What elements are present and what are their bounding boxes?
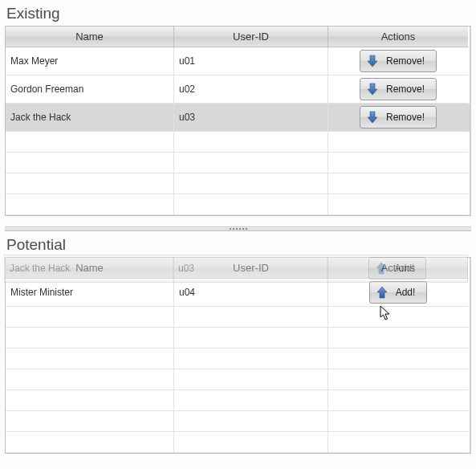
table-row-empty: [6, 132, 470, 153]
cell-userid: u02: [174, 75, 328, 104]
table-row-empty: [6, 369, 470, 390]
remove-button[interactable]: Remove!: [360, 106, 437, 128]
section-title-existing: Existing: [5, 3, 471, 26]
table-row[interactable]: Mister Ministeru04Add!: [6, 279, 470, 307]
grid-header-row: Name User-ID Actions: [6, 27, 470, 47]
cell-name: Max Meyer: [6, 47, 174, 75]
arrow-down-icon: [365, 110, 380, 124]
grid-potential: Name User-ID Actions Mister Ministeru04A…: [5, 257, 471, 454]
table-row-empty: [6, 432, 470, 453]
cell-userid: u04: [174, 279, 328, 307]
remove-button[interactable]: Remove!: [360, 78, 437, 100]
button-label: Remove!: [386, 84, 425, 95]
cell-actions: Add!: [328, 279, 468, 307]
cell-actions: Remove!: [328, 104, 468, 132]
cell-actions: Remove!: [328, 75, 468, 104]
table-row[interactable]: Jack the Hacku03Remove!: [6, 104, 470, 132]
button-label: Add!: [396, 287, 416, 298]
table-row-empty: [6, 328, 470, 349]
table-row-empty: [6, 173, 470, 194]
panel-existing: Existing Name User-ID Actions Max Meyeru…: [0, 0, 476, 226]
col-header-userid[interactable]: User-ID: [174, 258, 328, 279]
table-row[interactable]: Max Meyeru01Remove!: [6, 47, 470, 75]
arrow-up-icon: [375, 285, 389, 300]
cell-userid: u01: [174, 47, 328, 75]
cell-name: Gordon Freeman: [6, 75, 174, 104]
table-row[interactable]: Gordon Freemanu02Remove!: [6, 75, 470, 104]
cell-name: Mister Minister: [6, 279, 174, 307]
remove-button[interactable]: Remove!: [360, 50, 437, 72]
grid-header-row: Name User-ID Actions: [6, 258, 470, 279]
cell-actions: Remove!: [328, 47, 468, 75]
panel-potential: Potential Jack the Hack u03 Add! Name Us…: [0, 231, 476, 469]
button-label: Remove!: [386, 112, 425, 123]
table-row-empty: [6, 390, 470, 411]
col-header-actions[interactable]: Actions: [328, 27, 468, 47]
add-button[interactable]: Add!: [369, 281, 428, 304]
arrow-down-icon: [365, 82, 380, 96]
table-row-empty: [6, 307, 470, 328]
table-row-empty: [6, 194, 470, 215]
section-title-potential: Potential: [5, 234, 471, 257]
table-row-empty: [6, 153, 470, 173]
col-header-actions[interactable]: Actions: [328, 258, 468, 279]
cell-userid: u03: [174, 104, 328, 132]
table-row-empty: [6, 349, 470, 369]
table-row-empty: [6, 411, 470, 432]
col-header-name[interactable]: Name: [6, 258, 174, 279]
col-header-userid[interactable]: User-ID: [174, 27, 328, 47]
arrow-down-icon: [365, 54, 380, 68]
grid-existing: Name User-ID Actions Max Meyeru01Remove!…: [5, 26, 471, 216]
cell-name: Jack the Hack: [6, 104, 174, 132]
col-header-name[interactable]: Name: [6, 27, 174, 47]
button-label: Remove!: [386, 55, 425, 67]
